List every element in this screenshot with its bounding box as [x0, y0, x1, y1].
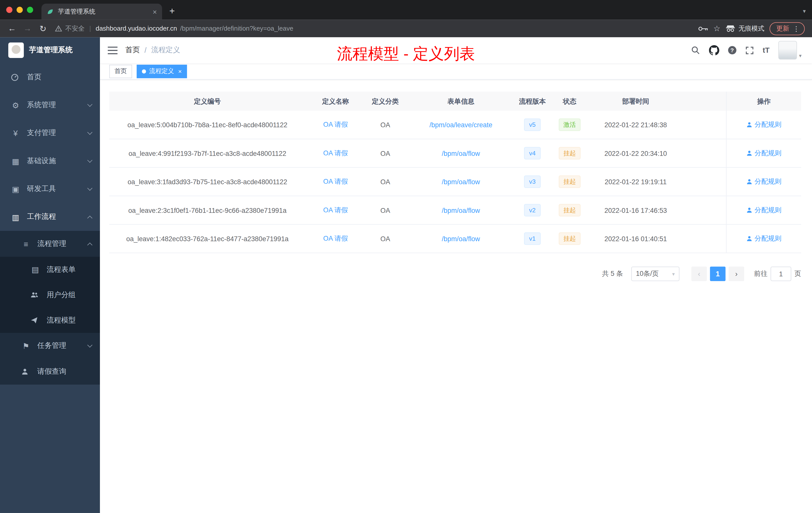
flag-icon: ⚑: [21, 342, 31, 350]
user-avatar[interactable]: [778, 41, 797, 59]
chevron-down-icon: [87, 157, 92, 162]
key-icon[interactable]: [698, 26, 708, 31]
breadcrumb-current: 流程定义: [151, 46, 180, 55]
window-maximize-button[interactable]: [27, 7, 33, 13]
assign-rule-link[interactable]: 分配规则: [746, 206, 781, 215]
assign-rule-link[interactable]: 分配规则: [746, 234, 781, 243]
tags-view-bar: 首页 流程定义 ×: [100, 63, 812, 80]
definition-name-link[interactable]: OA 请假: [323, 177, 348, 186]
chevron-down-icon[interactable]: ▾: [803, 8, 806, 14]
sidebar-item-system[interactable]: ⚙ 系统管理: [0, 91, 100, 119]
favicon-icon: [47, 8, 54, 15]
security-label: 不安全: [65, 24, 85, 33]
page-size-select[interactable]: 10条/页 ▾: [631, 267, 679, 281]
sidebar-item-process-model[interactable]: 流程模型: [0, 307, 100, 333]
assign-rule-link[interactable]: 分配规则: [746, 177, 781, 186]
sidebar-item-home[interactable]: 首页: [0, 63, 100, 91]
user-icon: [746, 207, 753, 213]
assign-rule-link[interactable]: 分配规则: [746, 149, 781, 158]
breadcrumb-home[interactable]: 首页: [125, 46, 140, 55]
search-icon[interactable]: [691, 46, 700, 55]
tag-process-definition[interactable]: 流程定义 ×: [137, 64, 187, 78]
help-icon[interactable]: ?: [728, 46, 736, 55]
form-link[interactable]: /bpm/oa/flow: [442, 149, 480, 157]
tag-close-icon[interactable]: ×: [178, 67, 182, 75]
github-icon[interactable]: [709, 45, 719, 55]
url-path: /bpm/manager/definition?key=oa_leave: [180, 25, 293, 32]
url-host: dashboard.yudao.iocoder.cn: [96, 25, 177, 32]
address-bar[interactable]: 不安全 | dashboard.yudao.iocoder.cn/bpm/man…: [55, 24, 696, 33]
definition-name-link[interactable]: OA 请假: [323, 234, 348, 243]
version-badge: v4: [524, 147, 541, 160]
status-badge: 挂起: [559, 233, 580, 245]
back-icon[interactable]: ←: [5, 24, 19, 33]
fullscreen-icon[interactable]: [745, 46, 754, 55]
status-badge: 挂起: [559, 175, 580, 188]
page-number-button[interactable]: 1: [710, 267, 726, 281]
form-link[interactable]: /bpm/oa/flow: [442, 206, 480, 214]
definition-category: OA: [366, 111, 405, 139]
chevron-up-icon: [87, 242, 92, 247]
definition-id: oa_leave:5:004b710b-7b8a-11ec-8ef0-acde4…: [109, 111, 306, 139]
users-icon: [31, 292, 40, 298]
form-link[interactable]: /bpm/oa/flow: [442, 178, 480, 185]
deploy-time: 2022-01-16 01:40:51: [591, 224, 680, 252]
chevron-down-icon: [87, 342, 92, 347]
sidebar-item-task-management[interactable]: ⚑ 任务管理: [0, 333, 100, 359]
table-row: oa_leave:5:004b710b-7b8a-11ec-8ef0-acde4…: [109, 111, 801, 139]
assign-rule-link[interactable]: 分配规则: [746, 120, 781, 129]
hamburger-icon[interactable]: [100, 47, 125, 54]
sidebar-item-payment[interactable]: ¥ 支付管理: [0, 119, 100, 147]
sidebar-item-process-form[interactable]: ▤ 流程表单: [0, 257, 100, 282]
window-close-button[interactable]: [6, 7, 12, 13]
definition-name-link[interactable]: OA 请假: [323, 120, 348, 129]
toolbox-icon: ▣: [11, 185, 20, 193]
definition-name-link[interactable]: OA 请假: [323, 149, 348, 158]
definition-category: OA: [366, 196, 405, 224]
goto-page-input[interactable]: [771, 267, 791, 281]
table-row: oa_leave:4:991f2193-7b7f-11ec-a3c8-acde4…: [109, 139, 801, 168]
table-row: oa_leave:3:1fad3d93-7b75-11ec-a3c8-acde4…: [109, 168, 801, 196]
forward-icon[interactable]: →: [21, 24, 34, 33]
status-badge: 挂起: [559, 147, 580, 160]
tab-close-icon[interactable]: ×: [153, 7, 157, 16]
kebab-menu-icon[interactable]: ⋮: [793, 25, 800, 32]
update-label: 更新: [776, 24, 789, 33]
definition-id: oa_leave:3:1fad3d93-7b75-11ec-a3c8-acde4…: [109, 168, 306, 195]
version-badge: v3: [524, 175, 541, 188]
prev-page-button[interactable]: ‹: [691, 267, 707, 281]
definition-id: oa_leave:4:991f2193-7b7f-11ec-a3c8-acde4…: [109, 139, 306, 167]
chevron-down-icon[interactable]: ▾: [799, 53, 802, 59]
bookmark-star-icon[interactable]: ☆: [713, 24, 720, 33]
sidebar-item-process-management[interactable]: ≡ 流程管理: [0, 231, 100, 257]
user-icon: [21, 368, 31, 375]
app-logo-row[interactable]: 芋道管理系统: [0, 37, 100, 63]
font-size-icon[interactable]: tT: [763, 46, 770, 55]
top-navbar: 首页 / 流程定义 ? tT: [100, 37, 812, 63]
gear-icon: ⚙: [11, 101, 20, 109]
form-link[interactable]: /bpm/oa/leave/create: [429, 121, 492, 129]
new-tab-button[interactable]: +: [162, 6, 175, 20]
form-link[interactable]: /bpm/oa/flow: [442, 235, 480, 242]
active-dot: [142, 69, 146, 73]
next-page-button[interactable]: ›: [729, 267, 744, 281]
definition-id: oa_leave:2:3c1f0ef1-76b1-11ec-9c66-a2380…: [109, 196, 306, 224]
sidebar-item-workflow[interactable]: ▥ 工作流程: [0, 203, 100, 231]
browser-update-button[interactable]: 更新 ⋮: [770, 22, 805, 35]
sidebar-item-infrastructure[interactable]: ▦ 基础设施: [0, 147, 100, 175]
sidebar-menu: 首页 ⚙ 系统管理 ¥ 支付管理 ▦ 基础设施 ▣: [0, 63, 100, 385]
tag-home[interactable]: 首页: [109, 64, 132, 78]
sidebar-item-leave-query[interactable]: 请假查询: [0, 359, 100, 385]
status-badge: 挂起: [559, 204, 580, 217]
workflow-icon: ▥: [11, 213, 20, 221]
workflow-submenu: ≡ 流程管理 ▤ 流程表单 用户分组: [0, 231, 100, 385]
version-badge: v1: [524, 233, 541, 245]
reload-icon[interactable]: ↻: [36, 24, 50, 33]
window-minimize-button[interactable]: [17, 7, 23, 13]
sidebar-item-user-group[interactable]: 用户分组: [0, 282, 100, 307]
browser-tab[interactable]: 芋道管理系统 ×: [41, 3, 162, 20]
definition-name-link[interactable]: OA 请假: [323, 206, 348, 215]
incognito-label: 无痕模式: [738, 24, 764, 33]
sidebar-item-devtools[interactable]: ▣ 研发工具: [0, 175, 100, 203]
definition-category: OA: [366, 224, 405, 252]
